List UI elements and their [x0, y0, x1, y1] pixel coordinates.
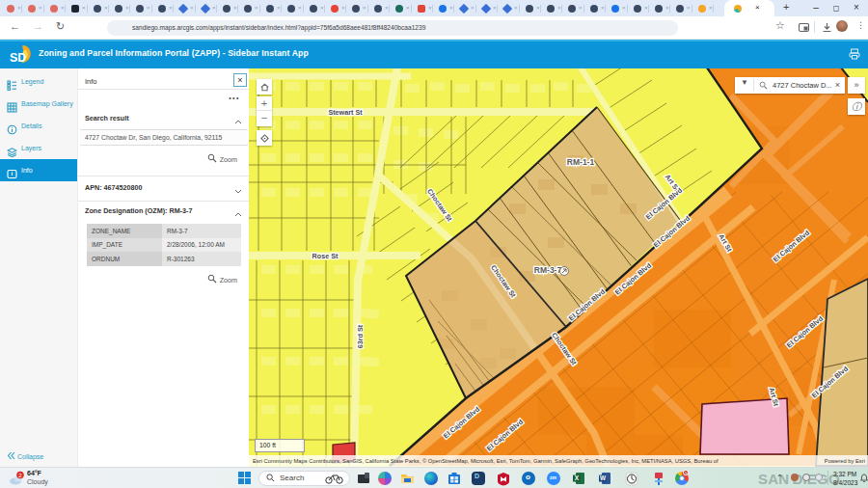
- svg-text:RM-1-1: RM-1-1: [567, 157, 595, 167]
- svg-text:63rd St: 63rd St: [356, 324, 365, 348]
- svg-text:SD: SD: [10, 51, 26, 65]
- svg-text:X: X: [575, 474, 580, 481]
- svg-text:RM-3-7: RM-3-7: [534, 265, 562, 275]
- svg-text:W: W: [600, 474, 607, 481]
- svg-text:Rose St: Rose St: [312, 252, 339, 260]
- svg-text:Stewart St: Stewart St: [328, 108, 363, 117]
